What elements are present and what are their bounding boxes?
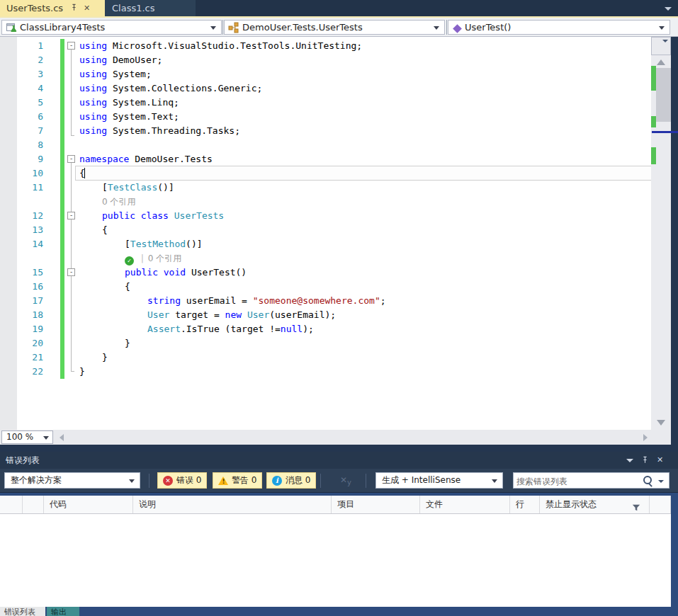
error-list-grid[interactable] bbox=[0, 514, 671, 607]
line-number: 4 bbox=[17, 81, 43, 96]
error-list-title-bar[interactable]: 错误列表 ✕ bbox=[0, 452, 678, 469]
scroll-down-arrow[interactable] bbox=[657, 420, 665, 426]
code-line-21[interactable]: 21} bbox=[0, 350, 660, 365]
search-input[interactable] bbox=[515, 474, 638, 489]
type-dropdown-label: DemoUser.Tests.UserTests bbox=[242, 22, 363, 33]
messages-label: 消息 bbox=[286, 475, 303, 485]
code-line-2[interactable]: 2using DemoUser; bbox=[0, 53, 660, 67]
line-number: 12 bbox=[17, 209, 43, 223]
tab-class1[interactable]: Class1.cs bbox=[105, 0, 196, 16]
code-line-9[interactable]: 9-namespace DemoUser.Tests bbox=[0, 152, 660, 166]
tab-usertests[interactable]: UserTests.cs ✕ bbox=[0, 0, 105, 16]
member-dropdown[interactable]: UserTest() bbox=[448, 20, 670, 35]
messages-filter-button[interactable]: i 消息 0 bbox=[266, 472, 316, 489]
collapse-region-icon[interactable]: - bbox=[67, 155, 75, 163]
line-number: 1 bbox=[17, 39, 43, 53]
code-line-19[interactable]: 19Assert.IsTrue (target !=null); bbox=[0, 322, 660, 336]
text-caret bbox=[84, 168, 85, 178]
editor-splitter-handle[interactable] bbox=[651, 37, 671, 55]
line-number: 17 bbox=[17, 294, 43, 308]
column-header-blank[interactable] bbox=[23, 496, 44, 513]
warnings-label: 警告 bbox=[232, 475, 249, 485]
code-line-17[interactable]: 17string userEmail = "someone@somewhere.… bbox=[0, 294, 660, 308]
code-line-10[interactable]: 10{ bbox=[0, 166, 660, 181]
line-number: 5 bbox=[17, 96, 43, 110]
column-header-2[interactable]: 说明 bbox=[133, 496, 332, 513]
caret-position-marker bbox=[652, 131, 678, 133]
collapse-region-icon[interactable]: - bbox=[67, 268, 75, 276]
document-list-chevron-icon[interactable] bbox=[665, 7, 672, 11]
chevron-down-icon bbox=[492, 479, 497, 483]
code-line-16[interactable]: 16{ bbox=[0, 280, 660, 294]
line-number: 11 bbox=[17, 181, 43, 195]
code-line-6[interactable]: 6using System.Text; bbox=[0, 110, 660, 124]
vertical-scrollbar-thumb[interactable] bbox=[656, 68, 671, 122]
code-line-15[interactable]: 15-public void UserTest() bbox=[0, 266, 660, 280]
code-line-14[interactable]: 14[TestMethod()] bbox=[0, 237, 660, 251]
collapse-region-icon[interactable]: - bbox=[67, 42, 75, 50]
code-line-4[interactable]: 4using System.Collections.Generic; bbox=[0, 81, 660, 96]
tool-window-tab-1[interactable]: 错误列表 bbox=[0, 607, 45, 616]
code-line-13[interactable]: 13{ bbox=[0, 223, 660, 237]
provider-dropdown[interactable]: 生成 + IntelliSense bbox=[375, 472, 503, 489]
tool-window-tab-2[interactable]: 输出 bbox=[47, 607, 79, 616]
window-edge bbox=[0, 445, 678, 452]
code-line-18[interactable]: 18User target = new User(userEmail); bbox=[0, 308, 660, 322]
window-menu-chevron-icon[interactable] bbox=[626, 459, 633, 462]
column-header-6[interactable]: 禁止显示状态 bbox=[540, 496, 650, 513]
code-editor[interactable]: 1-using Microsoft.VisualStudio.TestTools… bbox=[0, 37, 678, 430]
code-line-7[interactable]: 7using System.Threading.Tasks; bbox=[0, 124, 660, 138]
column-header-blank[interactable] bbox=[0, 496, 23, 513]
document-tab-bar: UserTests.cs ✕ Class1.cs bbox=[0, 0, 678, 18]
scrollbar-change-mark bbox=[651, 116, 656, 127]
line-number: 18 bbox=[17, 308, 43, 322]
chevron-down-icon bbox=[129, 479, 135, 483]
zoom-level: 100 % bbox=[6, 432, 33, 442]
clear-filters-icon-disabled: ✕y bbox=[340, 475, 351, 486]
column-header-5[interactable]: 行 bbox=[510, 496, 540, 513]
line-number: 9 bbox=[17, 152, 43, 166]
pin-icon[interactable] bbox=[641, 456, 649, 466]
column-header-3[interactable]: 项目 bbox=[332, 496, 420, 513]
chevron-down-icon bbox=[210, 26, 216, 30]
scrollbar-change-mark bbox=[651, 66, 656, 91]
warnings-filter-button[interactable]: ! 警告 0 bbox=[213, 472, 262, 489]
search-options-chevron-icon[interactable] bbox=[658, 480, 664, 483]
column-header-blank[interactable] bbox=[650, 496, 671, 513]
collapse-region-icon[interactable]: - bbox=[67, 212, 75, 219]
scope-dropdown[interactable]: 整个解决方案 bbox=[4, 472, 140, 489]
search-icon[interactable] bbox=[643, 476, 652, 484]
window-edge bbox=[671, 37, 678, 430]
codelens-references[interactable]: 0 个引用 bbox=[0, 195, 660, 209]
code-line-12[interactable]: 12-public class UserTests bbox=[0, 209, 660, 223]
scroll-right-arrow[interactable] bbox=[643, 434, 648, 441]
scroll-left-arrow[interactable] bbox=[60, 434, 64, 441]
code-line-5[interactable]: 5using System.Linq; bbox=[0, 96, 660, 110]
errors-filter-button[interactable]: ✕ 错误 0 bbox=[157, 472, 207, 489]
error-list-title: 错误列表 bbox=[6, 455, 40, 467]
code-line-22[interactable]: 22} bbox=[0, 365, 660, 379]
code-line-11[interactable]: 11[TestClass()] bbox=[0, 181, 660, 195]
filter-funnel-icon[interactable] bbox=[632, 501, 640, 513]
error-list-header-row: 代码说明项目文件行禁止显示状态 bbox=[0, 496, 671, 514]
column-header-4[interactable]: 文件 bbox=[420, 496, 510, 513]
line-number: 13 bbox=[17, 223, 43, 237]
line-number: 8 bbox=[17, 138, 43, 152]
close-icon[interactable]: ✕ bbox=[657, 456, 663, 464]
toolbar-separator bbox=[149, 474, 149, 488]
errors-count: 0 bbox=[196, 475, 202, 485]
code-line-20[interactable]: 20} bbox=[0, 336, 660, 350]
line-number: 14 bbox=[17, 237, 43, 251]
zoom-dropdown[interactable]: 100 % bbox=[1, 430, 53, 444]
project-dropdown[interactable]: ClassLibrary4Tests bbox=[1, 20, 222, 35]
method-icon bbox=[453, 24, 462, 33]
close-icon[interactable]: ✕ bbox=[84, 4, 90, 13]
scroll-up-arrow[interactable] bbox=[657, 59, 665, 65]
column-header-1[interactable]: 代码 bbox=[44, 496, 133, 513]
code-line-8[interactable]: 8 bbox=[0, 138, 660, 152]
code-line-1[interactable]: 1-using Microsoft.VisualStudio.TestTools… bbox=[0, 39, 660, 53]
pin-icon[interactable] bbox=[70, 3, 78, 13]
codelens-references[interactable]: ✓|0 个引用 bbox=[0, 251, 660, 266]
type-dropdown[interactable]: DemoUser.Tests.UserTests bbox=[224, 20, 445, 35]
code-line-3[interactable]: 3using System; bbox=[0, 67, 660, 81]
